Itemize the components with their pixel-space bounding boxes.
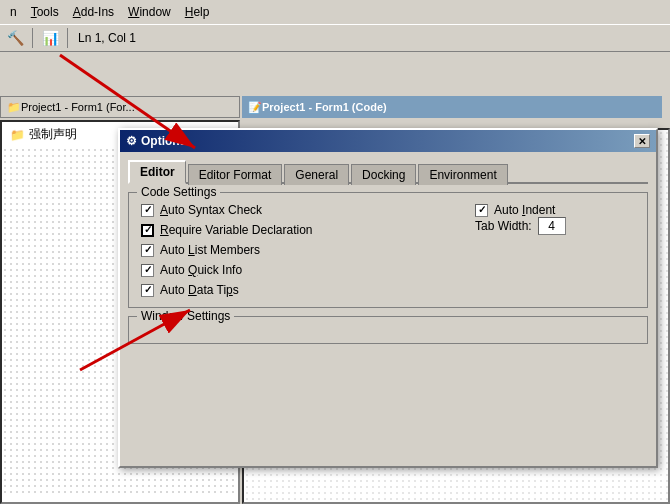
tab-docking[interactable]: Docking <box>351 164 416 185</box>
auto-quick-label: Auto Quick Info <box>160 263 242 277</box>
toolbar-separator-2 <box>67 28 68 48</box>
code-settings-label: Code Settings <box>137 185 220 199</box>
menu-item-help[interactable]: Help <box>179 3 216 21</box>
tab-width-row: Tab Width: <box>475 217 635 235</box>
tab-editor-format[interactable]: Editor Format <box>188 164 283 185</box>
auto-list-checkbox[interactable] <box>141 244 154 257</box>
project-title: Project1 - Form1 (For... <box>21 101 135 113</box>
window-settings-label: Window Settings <box>137 309 234 323</box>
menu-item-addins[interactable]: Add-Ins <box>67 3 120 21</box>
dialog-title-text: Options <box>141 134 186 148</box>
auto-syntax-row: Auto Syntax Check <box>141 203 463 217</box>
project-folder-icon: 📁 <box>10 128 25 142</box>
menu-item-tools[interactable]: Tools <box>25 3 65 21</box>
tab-width-label: Tab Width: <box>475 219 532 233</box>
project-icon-small: 📁 <box>7 101 21 114</box>
code-window: 📝 Project1 - Form1 (Code) <box>242 96 662 126</box>
menu-item-window[interactable]: Window <box>122 3 177 21</box>
project-titlebar: 📁 Project1 - Form1 (For... <box>0 96 240 118</box>
require-var-checkbox[interactable] <box>141 224 154 237</box>
auto-data-checkbox[interactable] <box>141 284 154 297</box>
require-var-label: Require Variable Declaration <box>160 223 313 237</box>
code-window-titlebar: 📝 Project1 - Form1 (Code) <box>242 96 662 118</box>
require-var-row: Require Variable Declaration <box>141 223 463 237</box>
auto-data-row: Auto Data Tips <box>141 283 463 297</box>
dialog-body: Editor Editor Format General Docking Env… <box>120 152 656 350</box>
window-settings-group: Window Settings <box>128 316 648 344</box>
menu-item-n[interactable]: n <box>4 3 23 21</box>
settings-col-right: Auto Indent Tab Width: <box>475 203 635 297</box>
auto-syntax-checkbox[interactable] <box>141 204 154 217</box>
auto-list-row: Auto List Members <box>141 243 463 257</box>
dialog-titlebar: ⚙ Options ✕ <box>120 130 656 152</box>
code-window-icon: 📝 <box>248 101 262 114</box>
auto-syntax-label: Auto Syntax Check <box>160 203 262 217</box>
dialog-title-group: ⚙ Options <box>126 134 186 148</box>
tools-icon[interactable]: 🔨 <box>4 27 26 49</box>
settings-two-col: Auto Syntax Check Require Variable Decla… <box>141 203 635 297</box>
auto-indent-row: Auto Indent <box>475 203 635 217</box>
toolbar: 🔨 📊 Ln 1, Col 1 <box>0 24 670 52</box>
project-tree-label: 强制声明 <box>29 126 77 143</box>
auto-quick-checkbox[interactable] <box>141 264 154 277</box>
dialog-title-icon: ⚙ <box>126 134 137 148</box>
auto-indent-checkbox[interactable] <box>475 204 488 217</box>
dialog-close-button[interactable]: ✕ <box>634 134 650 148</box>
code-window-title: Project1 - Form1 (Code) <box>262 101 387 113</box>
auto-data-label: Auto Data Tips <box>160 283 239 297</box>
project-icon[interactable]: 📊 <box>39 27 61 49</box>
code-settings-group: Code Settings Auto Syntax Check <box>128 192 648 308</box>
tabs-container: Editor Editor Format General Docking Env… <box>128 158 648 184</box>
tab-width-input[interactable] <box>538 217 566 235</box>
tab-environment[interactable]: Environment <box>418 164 507 185</box>
toolbar-separator <box>32 28 33 48</box>
auto-indent-label: Auto Indent <box>494 203 555 217</box>
auto-list-label: Auto List Members <box>160 243 260 257</box>
settings-col-left: Auto Syntax Check Require Variable Decla… <box>141 203 463 297</box>
cursor-position: Ln 1, Col 1 <box>78 31 136 45</box>
tab-editor[interactable]: Editor <box>128 160 186 184</box>
tab-general[interactable]: General <box>284 164 349 185</box>
auto-quick-row: Auto Quick Info <box>141 263 463 277</box>
options-dialog: ⚙ Options ✕ Editor Editor Format General… <box>118 128 658 468</box>
menu-bar: n Tools Add-Ins Window Help <box>0 0 670 24</box>
ide-background: n Tools Add-Ins Window Help 🔨 📊 Ln 1, Co… <box>0 0 670 504</box>
